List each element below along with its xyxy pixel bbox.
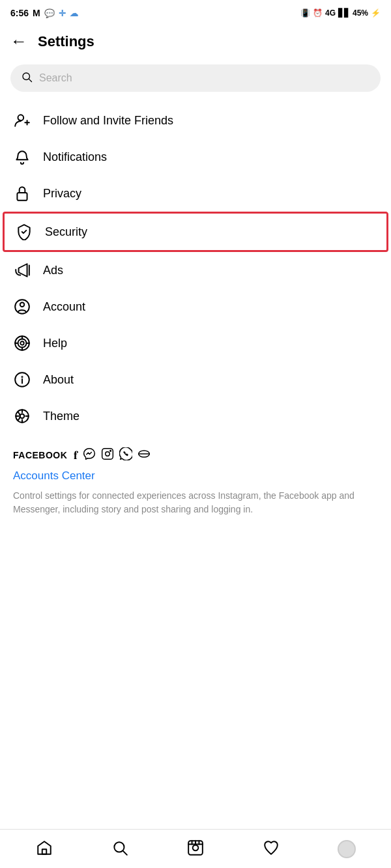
svg-point-18 [22, 376, 22, 377]
menu-item-help[interactable]: Help [0, 325, 391, 361]
nav-profile[interactable] [330, 833, 363, 865]
megaphone-icon [13, 261, 31, 279]
menu-item-ads[interactable]: Ads [0, 252, 391, 288]
menu-label-ads: Ads [43, 264, 63, 277]
search-icon [21, 71, 33, 85]
status-bar: 6:56 M 💬 ✛ ☁ 📳 ⏰ 4G ▋▋ 45% ⚡ [0, 0, 391, 23]
help-icon [13, 334, 31, 352]
whatsapp-icon [119, 447, 132, 463]
menu-label-privacy: Privacy [43, 187, 81, 201]
search-container: Search [0, 59, 391, 102]
status-left: 6:56 M 💬 ✛ ☁ [10, 8, 78, 18]
menu-label-account: Account [43, 300, 85, 314]
signal-icon: 4G [325, 8, 336, 18]
menu-label-security: Security [45, 225, 87, 239]
follow-icon [13, 111, 31, 130]
menu-label-about: About [43, 373, 74, 387]
theme-icon [13, 407, 31, 425]
profile-avatar [338, 840, 356, 858]
cloud-icon: ☁ [70, 8, 78, 18]
menu-item-follow[interactable]: Follow and Invite Friends [0, 102, 391, 139]
wifi-icon: ▋▋ [338, 8, 350, 18]
menu-item-about[interactable]: About [0, 361, 391, 398]
info-icon [13, 371, 31, 389]
portal-icon [138, 447, 151, 463]
svg-rect-25 [102, 449, 113, 460]
reels-icon [187, 839, 204, 859]
status-time: 6:56 [10, 8, 29, 18]
nav-reels[interactable] [179, 833, 212, 865]
svg-line-32 [123, 850, 127, 854]
svg-point-11 [20, 341, 23, 344]
menu-item-notifications[interactable]: Notifications [0, 139, 391, 175]
shield-icon [15, 223, 33, 241]
instagram-icon [101, 447, 114, 463]
svg-point-26 [106, 452, 110, 456]
bell-icon [13, 148, 31, 166]
nav-home[interactable] [28, 833, 61, 865]
menu-label-help: Help [43, 337, 67, 350]
plus-icon: ✛ [59, 8, 66, 18]
account-icon [13, 298, 31, 316]
search-placeholder: Search [39, 72, 72, 84]
menu-label-notifications: Notifications [43, 150, 107, 164]
vibrate-icon: 📳 [300, 8, 310, 18]
menu-list: Follow and Invite Friends Notifications … [0, 102, 391, 434]
facebook-icon: 𝐟 [74, 449, 78, 462]
svg-rect-5 [17, 193, 27, 201]
accounts-center-link[interactable]: Accounts Center [13, 469, 378, 483]
accounts-description: Control settings for connected experienc… [13, 489, 378, 516]
svg-point-8 [20, 303, 25, 307]
menu-item-privacy[interactable]: Privacy [0, 175, 391, 212]
home-icon [36, 839, 53, 859]
svg-line-1 [29, 79, 31, 81]
battery-level: 45% [353, 8, 368, 18]
menu-item-theme[interactable]: Theme [0, 398, 391, 434]
whatsapp-icon: 💬 [44, 8, 55, 18]
status-right: 📳 ⏰ 4G ▋▋ 45% ⚡ [300, 8, 381, 18]
nav-activity[interactable] [255, 833, 287, 865]
main-content: Search Follow and Invite Friends [0, 59, 391, 566]
menu-item-security[interactable]: Security [3, 212, 388, 252]
alarm-icon: ⏰ [313, 8, 323, 18]
charging-icon: ⚡ [371, 8, 381, 18]
search-nav-icon [111, 839, 128, 859]
search-box[interactable]: Search [10, 64, 381, 92]
svg-rect-30 [42, 849, 47, 854]
page-title: Settings [38, 33, 94, 50]
bottom-nav [0, 829, 391, 868]
svg-point-2 [18, 115, 24, 120]
svg-point-20 [20, 414, 25, 419]
heart-nav-icon [263, 839, 280, 859]
back-button[interactable]: ← [10, 31, 27, 51]
menu-label-theme: Theme [43, 410, 80, 423]
header: ← Settings [0, 23, 391, 59]
social-icons: 𝐟 [74, 447, 151, 463]
lock-icon [13, 184, 31, 203]
svg-point-27 [110, 451, 111, 452]
facebook-section: FACEBOOK 𝐟 [0, 434, 391, 520]
nav-search[interactable] [104, 833, 136, 865]
menu-label-follow: Follow and Invite Friends [43, 114, 173, 128]
svg-point-10 [18, 339, 27, 348]
facebook-label: FACEBOOK [13, 450, 67, 460]
messenger-icon [83, 447, 96, 463]
facebook-header: FACEBOOK 𝐟 [13, 447, 378, 463]
menu-item-account[interactable]: Account [0, 288, 391, 325]
svg-point-34 [193, 845, 199, 850]
gmail-icon: M [33, 8, 40, 18]
